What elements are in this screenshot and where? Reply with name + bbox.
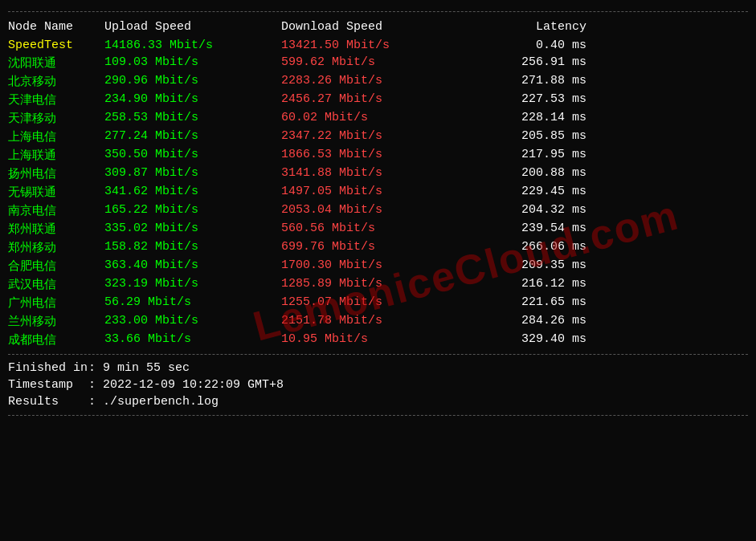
table-row: 天津电信 234.90 Mbit/s 2456.27 Mbit/s 227.53… (8, 91, 748, 109)
cell-download: 1700.30 Mbit/s (281, 258, 466, 274)
cell-node: 北京移动 (8, 74, 104, 89)
cell-node: 合肥电信 (8, 258, 104, 274)
cell-latency: 229.45 ms (466, 185, 586, 200)
table-row: 成都电信 33.66 Mbit/s 10.95 Mbit/s 329.40 ms (8, 331, 748, 349)
cell-node: 郑州移动 (8, 240, 104, 255)
footer-finished-value: : 9 min 55 sec (88, 361, 190, 375)
cell-download: 1255.07 Mbit/s (281, 295, 466, 311)
cell-latency: 239.54 ms (466, 222, 586, 237)
cell-latency: 0.40 ms (466, 39, 586, 52)
cell-node: 南京电信 (8, 203, 104, 218)
middle-divider (8, 354, 748, 355)
cell-latency: 216.12 ms (466, 277, 586, 292)
cell-upload: 363.40 Mbit/s (104, 258, 281, 274)
table-row: 武汉电信 323.19 Mbit/s 1285.89 Mbit/s 216.12… (8, 275, 748, 294)
footer-timestamp-value: : 2022-12-09 10:22:09 GMT+8 (88, 378, 284, 392)
cell-latency: 284.26 ms (466, 314, 586, 329)
cell-upload: 233.00 Mbit/s (104, 314, 281, 329)
cell-upload: 33.66 Mbit/s (104, 332, 281, 348)
table-row: 天津移动 258.53 Mbit/s 60.02 Mbit/s 228.14 m… (8, 109, 748, 128)
cell-latency: 271.88 ms (466, 74, 586, 89)
cell-latency: 228.14 ms (466, 111, 586, 126)
cell-latency: 227.53 ms (466, 92, 586, 108)
cell-node: 沈阳联通 (8, 55, 104, 71)
cell-node: 上海联通 (8, 148, 104, 163)
cell-node: 武汉电信 (8, 277, 104, 292)
table-row: 上海电信 277.24 Mbit/s 2347.22 Mbit/s 205.85… (8, 128, 748, 146)
cell-upload: 309.87 Mbit/s (104, 166, 281, 181)
cell-latency: 266.06 ms (466, 240, 586, 255)
cell-node: SpeedTest (8, 39, 104, 52)
cell-latency: 209.35 ms (466, 258, 586, 274)
cell-latency: 217.95 ms (466, 148, 586, 163)
cell-upload: 323.19 Mbit/s (104, 277, 281, 292)
cell-upload: 158.82 Mbit/s (104, 240, 281, 255)
table-row: 无锡联通 341.62 Mbit/s 1497.05 Mbit/s 229.45… (8, 183, 748, 201)
cell-latency: 205.85 ms (466, 129, 586, 144)
footer-finished-label: Finished in (8, 361, 88, 375)
cell-upload: 350.50 Mbit/s (104, 148, 281, 163)
cell-download: 60.02 Mbit/s (281, 111, 466, 126)
cell-download: 699.76 Mbit/s (281, 240, 466, 255)
header-upload: Upload Speed (104, 20, 281, 34)
main-container: LemoniceCloud.com Node Name Upload Speed… (0, 0, 756, 541)
cell-download: 599.62 Mbit/s (281, 55, 466, 71)
header-latency: Latency (466, 20, 586, 34)
footer-results: Results : ./superbench.log (8, 393, 748, 410)
table-row: 扬州电信 309.87 Mbit/s 3141.88 Mbit/s 200.88… (8, 165, 748, 183)
cell-upload: 335.02 Mbit/s (104, 222, 281, 237)
cell-node: 天津电信 (8, 92, 104, 108)
table-body: SpeedTest 14186.33 Mbit/s 13421.50 Mbit/… (8, 37, 748, 349)
cell-node: 上海电信 (8, 129, 104, 144)
cell-download: 10.95 Mbit/s (281, 332, 466, 348)
cell-download: 560.56 Mbit/s (281, 222, 466, 237)
bottom-divider (8, 415, 748, 416)
cell-node: 郑州联通 (8, 222, 104, 237)
cell-download: 2053.04 Mbit/s (281, 203, 466, 218)
cell-node: 天津移动 (8, 111, 104, 126)
cell-download: 2283.26 Mbit/s (281, 74, 466, 89)
cell-download: 1497.05 Mbit/s (281, 185, 466, 200)
cell-latency: 256.91 ms (466, 55, 586, 71)
cell-upload: 109.03 Mbit/s (104, 55, 281, 71)
footer: Finished in : 9 min 55 sec Timestamp : 2… (8, 360, 748, 410)
table-row: SpeedTest 14186.33 Mbit/s 13421.50 Mbit/… (8, 37, 748, 54)
table-row: 合肥电信 363.40 Mbit/s 1700.30 Mbit/s 209.35… (8, 257, 748, 275)
cell-upload: 341.62 Mbit/s (104, 185, 281, 200)
table-row: 郑州联通 335.02 Mbit/s 560.56 Mbit/s 239.54 … (8, 220, 748, 238)
cell-download: 2151.78 Mbit/s (281, 314, 466, 329)
cell-download: 2347.22 Mbit/s (281, 129, 466, 144)
header-download: Download Speed (281, 20, 466, 34)
table-row: 南京电信 165.22 Mbit/s 2053.04 Mbit/s 204.32… (8, 201, 748, 220)
cell-download: 2456.27 Mbit/s (281, 92, 466, 108)
cell-download: 1866.53 Mbit/s (281, 148, 466, 163)
footer-results-label: Results (8, 395, 88, 409)
table-row: 上海联通 350.50 Mbit/s 1866.53 Mbit/s 217.95… (8, 146, 748, 165)
cell-download: 3141.88 Mbit/s (281, 166, 466, 181)
footer-timestamp-label: Timestamp (8, 378, 88, 392)
cell-node: 广州电信 (8, 295, 104, 311)
cell-latency: 329.40 ms (466, 332, 586, 348)
table-header: Node Name Upload Speed Download Speed La… (8, 17, 748, 37)
table-row: 沈阳联通 109.03 Mbit/s 599.62 Mbit/s 256.91 … (8, 54, 748, 72)
cell-upload: 14186.33 Mbit/s (104, 39, 281, 52)
cell-upload: 56.29 Mbit/s (104, 295, 281, 311)
cell-node: 成都电信 (8, 332, 104, 348)
cell-download: 13421.50 Mbit/s (281, 39, 466, 52)
cell-upload: 277.24 Mbit/s (104, 129, 281, 144)
cell-latency: 200.88 ms (466, 166, 586, 181)
cell-upload: 234.90 Mbit/s (104, 92, 281, 108)
footer-timestamp: Timestamp : 2022-12-09 10:22:09 GMT+8 (8, 376, 748, 393)
table-row: 北京移动 290.96 Mbit/s 2283.26 Mbit/s 271.88… (8, 72, 748, 91)
table-row: 广州电信 56.29 Mbit/s 1255.07 Mbit/s 221.65 … (8, 294, 748, 312)
cell-upload: 258.53 Mbit/s (104, 111, 281, 126)
cell-upload: 290.96 Mbit/s (104, 74, 281, 89)
cell-node: 无锡联通 (8, 185, 104, 200)
cell-node: 兰州移动 (8, 314, 104, 329)
footer-results-value: : ./superbench.log (88, 395, 219, 409)
cell-upload: 165.22 Mbit/s (104, 203, 281, 218)
footer-finished: Finished in : 9 min 55 sec (8, 360, 748, 376)
header-node: Node Name (8, 20, 104, 34)
table-row: 郑州移动 158.82 Mbit/s 699.76 Mbit/s 266.06 … (8, 238, 748, 257)
cell-node: 扬州电信 (8, 166, 104, 181)
